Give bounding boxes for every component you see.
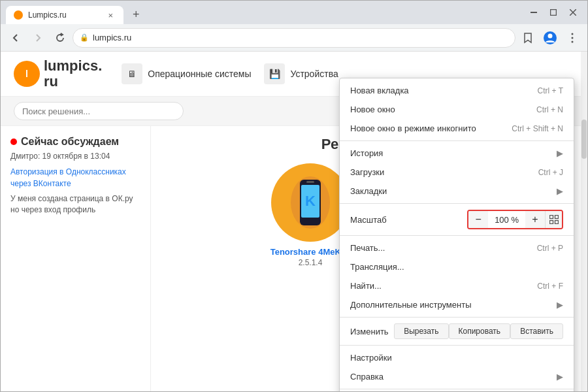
menu-history-arrow: ▶ bbox=[557, 148, 563, 158]
sidebar-link[interactable]: Авторизация в Одноклассниках через ВКонт… bbox=[10, 166, 140, 189]
zoom-minus-button[interactable]: − bbox=[468, 211, 488, 228]
sidebar-title: Сейчас обсуждаем bbox=[10, 136, 140, 148]
sidebar-text: У меня создана страница в ОК.ру но через… bbox=[10, 193, 140, 216]
sidebar: Сейчас обсуждаем Дмитро: 19 октября в 13… bbox=[1, 126, 151, 391]
menu-downloads-label: Загрузки bbox=[350, 167, 384, 177]
chrome-menu-button[interactable] bbox=[563, 28, 582, 48]
separator-2 bbox=[340, 203, 574, 204]
nav-item-devices[interactable]: 💾 Устройства bbox=[264, 63, 338, 84]
copy-button[interactable]: Копировать bbox=[449, 323, 511, 339]
site-nav: 🖥 Операционные системы 💾 Устройства bbox=[122, 63, 338, 84]
toolbar: 🔒 bbox=[1, 24, 587, 52]
menu-help-arrow: ▶ bbox=[557, 372, 563, 382]
menu-help-label: Справка bbox=[350, 372, 384, 382]
menu-more-tools[interactable]: Дополнительные инструменты ▶ bbox=[340, 295, 574, 314]
menu-zoom-label: Масштаб bbox=[350, 215, 387, 225]
cut-button[interactable]: Вырезать bbox=[394, 323, 448, 339]
address-bar-container[interactable]: 🔒 bbox=[73, 28, 515, 48]
logo-icon: l bbox=[14, 61, 40, 87]
menu-settings[interactable]: Настройки bbox=[340, 348, 574, 367]
active-tab[interactable]: Lumpics.ru × bbox=[6, 6, 123, 24]
menu-settings-label: Настройки bbox=[350, 353, 392, 363]
product-icon-1: K bbox=[271, 163, 350, 242]
separator-3 bbox=[340, 235, 574, 236]
menu-more-tools-arrow: ▶ bbox=[557, 300, 563, 310]
svg-rect-22 bbox=[549, 216, 553, 219]
zoom-fullscreen-button[interactable] bbox=[545, 211, 562, 228]
svg-rect-24 bbox=[549, 221, 553, 224]
svg-point-7 bbox=[572, 37, 574, 39]
menu-new-window-label: Новое окно bbox=[350, 105, 395, 114]
menu-new-tab[interactable]: Новая вкладка Ctrl + T bbox=[340, 81, 574, 100]
title-bar: Lumpics.ru × + bbox=[1, 1, 587, 24]
tab-favicon bbox=[14, 10, 23, 20]
menu-incognito-label: Новое окно в режиме инкогнито bbox=[350, 123, 476, 133]
menu-incognito[interactable]: Новое окно в режиме инкогнито Ctrl + Shi… bbox=[340, 119, 574, 138]
nav-label-os: Операционные системы bbox=[148, 69, 251, 79]
separator-6 bbox=[340, 389, 574, 389]
site-search-input[interactable] bbox=[14, 102, 184, 120]
profile-button[interactable] bbox=[540, 28, 560, 48]
new-tab-button[interactable]: + bbox=[126, 8, 146, 22]
logo-text: lumpics. ru bbox=[44, 58, 102, 90]
zoom-value: 100 % bbox=[488, 211, 525, 228]
sidebar-user: Дмитро: 19 октября в 13:04 bbox=[10, 152, 140, 161]
svg-rect-23 bbox=[555, 216, 558, 219]
zoom-controls: − 100 % + bbox=[467, 210, 563, 229]
svg-point-5 bbox=[548, 33, 553, 38]
menu-find-shortcut: Ctrl + F bbox=[537, 282, 563, 291]
menu-edit-label: Изменить bbox=[350, 327, 389, 336]
tab-title: Lumpics.ru bbox=[28, 10, 100, 20]
svg-rect-25 bbox=[555, 221, 558, 224]
nav-icon-devices: 💾 bbox=[264, 63, 285, 84]
browser-window: Lumpics.ru × + bbox=[0, 0, 588, 392]
nav-label-devices: Устройства bbox=[290, 69, 338, 79]
scrollbar-thumb[interactable] bbox=[581, 120, 587, 159]
scrollbar[interactable] bbox=[581, 52, 587, 391]
menu-bookmarks-arrow: ▶ bbox=[557, 186, 563, 196]
menu-new-tab-shortcut: Ctrl + T bbox=[538, 86, 563, 95]
refresh-button[interactable] bbox=[50, 28, 70, 48]
menu-new-window[interactable]: Новое окно Ctrl + N bbox=[340, 100, 574, 119]
svg-rect-0 bbox=[531, 12, 537, 13]
menu-edit-row: Изменить Вырезать Копировать Вставить bbox=[340, 320, 574, 342]
menu-find[interactable]: Найти... Ctrl + F bbox=[340, 276, 574, 295]
menu-bookmarks-label: Закладки bbox=[350, 186, 387, 196]
svg-text:l: l bbox=[25, 69, 28, 79]
paste-button[interactable]: Вставить bbox=[510, 323, 563, 339]
menu-new-tab-label: Новая вкладка bbox=[350, 86, 409, 95]
back-button[interactable] bbox=[6, 28, 25, 48]
menu-history[interactable]: История ▶ bbox=[340, 144, 574, 163]
nav-item-os[interactable]: 🖥 Операционные системы bbox=[122, 63, 251, 84]
menu-new-window-shortcut: Ctrl + N bbox=[536, 105, 563, 114]
menu-zoom: Масштаб − 100 % + bbox=[340, 206, 574, 233]
menu-incognito-shortcut: Ctrl + Shift + N bbox=[512, 124, 563, 133]
separator-1 bbox=[340, 140, 574, 141]
close-button[interactable] bbox=[564, 3, 582, 22]
tab-strip: Lumpics.ru × + bbox=[1, 1, 519, 24]
menu-downloads[interactable]: Загрузки Ctrl + J bbox=[340, 163, 574, 182]
context-menu: Новая вкладка Ctrl + T Новое окно Ctrl +… bbox=[339, 78, 574, 391]
menu-print[interactable]: Печать... Ctrl + P bbox=[340, 238, 574, 257]
menu-find-label: Найти... bbox=[350, 281, 382, 291]
menu-more-tools-label: Дополнительные инструменты bbox=[350, 300, 472, 310]
zoom-plus-button[interactable]: + bbox=[525, 211, 545, 228]
site-logo[interactable]: l lumpics. ru bbox=[14, 58, 102, 90]
menu-print-shortcut: Ctrl + P bbox=[537, 244, 563, 253]
svg-rect-14 bbox=[306, 181, 314, 183]
bookmark-button[interactable] bbox=[518, 28, 538, 48]
maximize-button[interactable] bbox=[544, 3, 563, 22]
separator-4 bbox=[340, 317, 574, 318]
tab-close-button[interactable]: × bbox=[105, 9, 116, 22]
svg-rect-1 bbox=[551, 10, 557, 16]
menu-cast[interactable]: Трансляция... bbox=[340, 257, 574, 276]
red-dot-icon bbox=[10, 139, 17, 145]
minimize-button[interactable] bbox=[525, 3, 543, 22]
nav-icon-os: 🖥 bbox=[122, 63, 142, 84]
menu-bookmarks[interactable]: Закладки ▶ bbox=[340, 182, 574, 201]
menu-history-label: История bbox=[350, 148, 383, 158]
menu-print-label: Печать... bbox=[350, 243, 385, 253]
forward-button[interactable] bbox=[28, 28, 48, 48]
address-input[interactable] bbox=[93, 33, 508, 42]
menu-help[interactable]: Справка ▶ bbox=[340, 367, 574, 386]
